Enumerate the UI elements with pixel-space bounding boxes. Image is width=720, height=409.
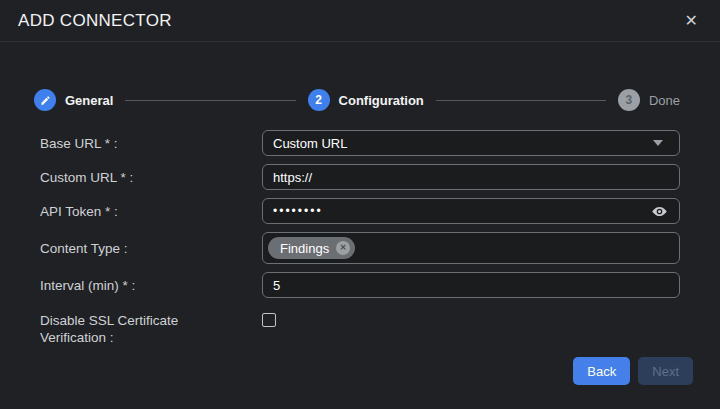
- base-url-label: Base URL * :: [40, 135, 262, 152]
- api-token-row: API Token * :: [40, 198, 680, 224]
- step-done-number: 3: [626, 93, 633, 107]
- chip-label: Findings: [280, 241, 329, 256]
- connector-config-form: Base URL * : Custom URL Custom URL * : A…: [0, 130, 720, 346]
- interval-input[interactable]: [262, 272, 680, 298]
- api-token-input[interactable]: [262, 198, 680, 224]
- next-button[interactable]: Next: [638, 357, 693, 385]
- step-configuration-circle[interactable]: 2: [308, 89, 330, 111]
- ssl-verification-label: Disable SSL Certificate Verification :: [40, 312, 262, 346]
- step-done-circle: 3: [618, 89, 640, 111]
- content-type-multiselect[interactable]: Findings ✕: [262, 232, 680, 264]
- pencil-icon: [40, 95, 51, 106]
- step-configuration-number: 2: [315, 93, 322, 107]
- dialog-header: ADD CONNECTOR ✕: [0, 0, 720, 42]
- base-url-row: Base URL * : Custom URL: [40, 130, 680, 156]
- step-done-label: Done: [649, 93, 680, 108]
- eye-icon[interactable]: [650, 202, 668, 220]
- chevron-down-icon: [653, 140, 663, 146]
- base-url-selected-value: Custom URL: [273, 136, 347, 151]
- base-url-select[interactable]: Custom URL: [262, 130, 680, 156]
- stepper-connector-line: [436, 100, 606, 101]
- interval-row: Interval (min) * :: [40, 272, 680, 298]
- close-icon[interactable]: ✕: [683, 11, 700, 31]
- content-type-row: Content Type : Findings ✕: [40, 232, 680, 264]
- step-general-circle[interactable]: [34, 89, 56, 111]
- ssl-verification-checkbox[interactable]: [262, 313, 276, 327]
- custom-url-input[interactable]: [262, 164, 680, 190]
- dialog-footer: Back Next: [573, 357, 693, 385]
- api-token-label: API Token * :: [40, 203, 262, 220]
- step-general-label: General: [65, 93, 113, 108]
- content-type-label: Content Type :: [40, 240, 262, 257]
- content-type-chip: Findings ✕: [268, 237, 355, 259]
- custom-url-label: Custom URL * :: [40, 169, 262, 186]
- stepper-connector-line: [125, 100, 295, 101]
- step-configuration-label: Configuration: [339, 93, 424, 108]
- add-connector-dialog: ADD CONNECTOR ✕ General 2 Configuration …: [0, 0, 720, 409]
- wizard-stepper: General 2 Configuration 3 Done: [34, 88, 680, 112]
- back-button[interactable]: Back: [573, 357, 630, 385]
- interval-label: Interval (min) * :: [40, 277, 262, 294]
- ssl-verification-row: Disable SSL Certificate Verification :: [40, 312, 680, 346]
- chip-remove-icon[interactable]: ✕: [336, 241, 350, 255]
- dialog-title: ADD CONNECTOR: [18, 11, 172, 31]
- custom-url-row: Custom URL * :: [40, 164, 680, 190]
